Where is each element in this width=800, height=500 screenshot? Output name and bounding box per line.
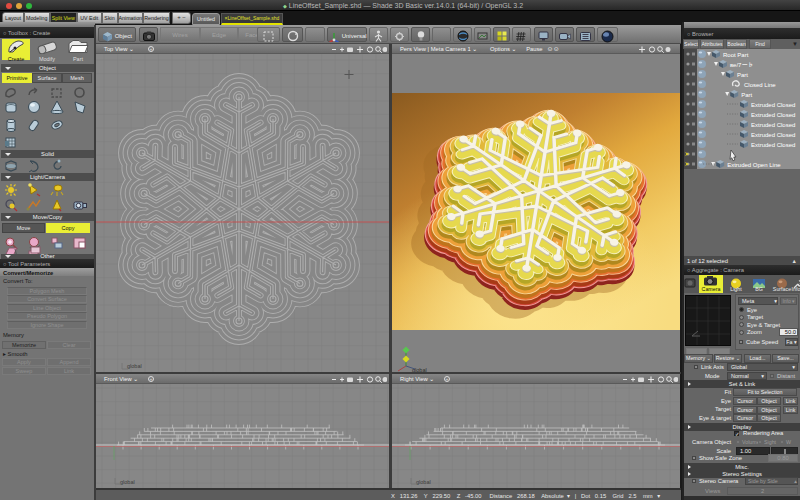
svg-text:ве/7ー♭: ве/7ー♭ bbox=[730, 62, 753, 68]
svg-text:global: global bbox=[127, 363, 142, 369]
svg-text:Root Part: Root Part bbox=[723, 52, 749, 58]
svg-text:Extruded Closed: Extruded Closed bbox=[751, 122, 795, 128]
svg-text:Part: Part bbox=[741, 92, 752, 98]
svg-text:Extruded Closed: Extruded Closed bbox=[751, 142, 795, 148]
svg-text:Part: Part bbox=[737, 72, 748, 78]
svg-text:global: global bbox=[416, 479, 431, 485]
svg-text:global: global bbox=[120, 479, 135, 485]
svg-text:Extruded Closed: Extruded Closed bbox=[751, 132, 795, 138]
svg-text:Extruded Closed: Extruded Closed bbox=[751, 112, 795, 118]
svg-text:Extruded Open Line: Extruded Open Line bbox=[727, 162, 781, 168]
svg-text:Extruded Closed: Extruded Closed bbox=[751, 102, 795, 108]
svg-text:Closed Line: Closed Line bbox=[744, 82, 776, 88]
